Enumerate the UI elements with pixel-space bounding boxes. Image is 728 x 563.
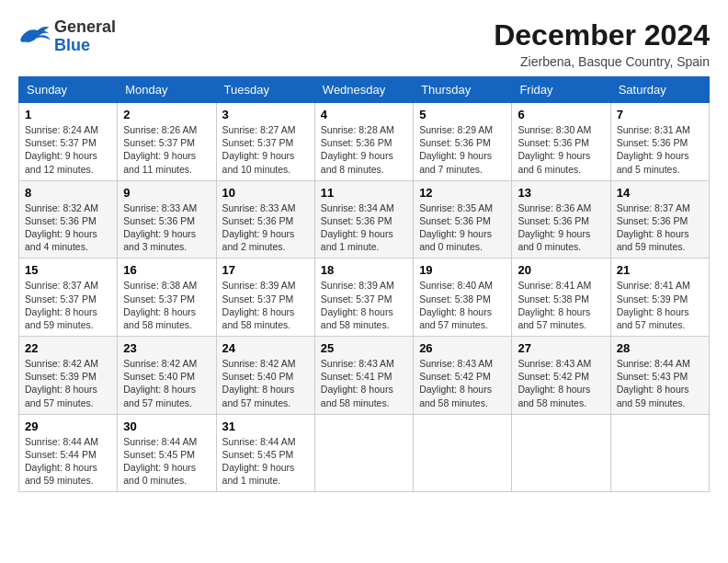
- day-number: 28: [617, 341, 703, 355]
- day-number: 10: [222, 186, 309, 200]
- day-number: 19: [419, 263, 506, 277]
- header-sunday: Sunday: [19, 77, 118, 103]
- calendar-week-1: 1Sunrise: 8:24 AMSunset: 5:37 PMDaylight…: [19, 103, 710, 181]
- day-info: Sunrise: 8:31 AMSunset: 5:36 PMDaylight:…: [617, 123, 703, 176]
- calendar-cell: 7Sunrise: 8:31 AMSunset: 5:36 PMDaylight…: [610, 103, 709, 181]
- day-info: Sunrise: 8:42 AMSunset: 5:40 PMDaylight:…: [123, 357, 210, 409]
- calendar-cell: 11Sunrise: 8:34 AMSunset: 5:36 PMDayligh…: [314, 180, 413, 259]
- day-info: Sunrise: 8:28 AMSunset: 5:36 PMDaylight:…: [321, 123, 407, 176]
- day-number: 30: [123, 419, 210, 433]
- header-thursday: Thursday: [414, 77, 512, 103]
- calendar-cell: 15Sunrise: 8:37 AMSunset: 5:37 PMDayligh…: [19, 259, 118, 337]
- day-number: 1: [25, 108, 111, 121]
- day-number: 15: [25, 263, 111, 277]
- calendar-table: Sunday Monday Tuesday Wednesday Thursday…: [18, 76, 710, 492]
- logo-blue: Blue: [54, 37, 116, 55]
- calendar-cell: 17Sunrise: 8:39 AMSunset: 5:37 PMDayligh…: [216, 259, 314, 337]
- calendar-week-2: 8Sunrise: 8:32 AMSunset: 5:36 PMDaylight…: [19, 180, 710, 259]
- calendar-cell: 20Sunrise: 8:41 AMSunset: 5:38 PMDayligh…: [512, 259, 610, 337]
- day-number: 24: [222, 341, 309, 355]
- day-number: 31: [222, 419, 309, 433]
- day-info: Sunrise: 8:39 AMSunset: 5:37 PMDaylight:…: [321, 279, 407, 331]
- day-number: 9: [123, 186, 210, 200]
- calendar-cell: 5Sunrise: 8:29 AMSunset: 5:36 PMDaylight…: [414, 103, 512, 181]
- day-number: 20: [518, 263, 604, 277]
- calendar-cell: 6Sunrise: 8:30 AMSunset: 5:36 PMDaylight…: [512, 103, 610, 181]
- header-friday: Friday: [512, 77, 610, 103]
- calendar-cell: 3Sunrise: 8:27 AMSunset: 5:37 PMDaylight…: [216, 103, 314, 181]
- calendar-week-4: 22Sunrise: 8:42 AMSunset: 5:39 PMDayligh…: [19, 337, 710, 415]
- calendar-cell: 4Sunrise: 8:28 AMSunset: 5:36 PMDaylight…: [314, 103, 413, 181]
- calendar-cell: 18Sunrise: 8:39 AMSunset: 5:37 PMDayligh…: [314, 259, 413, 337]
- day-info: Sunrise: 8:42 AMSunset: 5:39 PMDaylight:…: [25, 357, 111, 409]
- calendar-cell: 25Sunrise: 8:43 AMSunset: 5:41 PMDayligh…: [314, 337, 413, 415]
- calendar-cell: 21Sunrise: 8:41 AMSunset: 5:39 PMDayligh…: [610, 259, 709, 337]
- calendar-cell: 23Sunrise: 8:42 AMSunset: 5:40 PMDayligh…: [118, 337, 216, 415]
- calendar-cell: 10Sunrise: 8:33 AMSunset: 5:36 PMDayligh…: [216, 180, 314, 259]
- day-number: 4: [321, 108, 407, 121]
- header-wednesday: Wednesday: [314, 77, 413, 103]
- month-title: December 2024: [494, 18, 710, 52]
- day-info: Sunrise: 8:37 AMSunset: 5:37 PMDaylight:…: [25, 279, 111, 331]
- calendar-week-5: 29Sunrise: 8:44 AMSunset: 5:44 PMDayligh…: [19, 414, 710, 492]
- logo: General Blue: [18, 18, 116, 55]
- day-info: Sunrise: 8:29 AMSunset: 5:36 PMDaylight:…: [419, 123, 506, 176]
- page-header: General Blue December 2024 Zierbena, Bas…: [18, 18, 710, 69]
- calendar-week-3: 15Sunrise: 8:37 AMSunset: 5:37 PMDayligh…: [19, 259, 710, 337]
- day-number: 7: [617, 108, 703, 121]
- day-number: 16: [123, 263, 210, 277]
- day-number: 3: [222, 108, 309, 121]
- calendar-cell: 16Sunrise: 8:38 AMSunset: 5:37 PMDayligh…: [118, 259, 216, 337]
- day-number: 22: [25, 341, 111, 355]
- day-info: Sunrise: 8:44 AMSunset: 5:45 PMDaylight:…: [222, 435, 309, 488]
- calendar-cell: 19Sunrise: 8:40 AMSunset: 5:38 PMDayligh…: [414, 259, 512, 337]
- day-info: Sunrise: 8:38 AMSunset: 5:37 PMDaylight:…: [123, 279, 210, 331]
- calendar-cell: 2Sunrise: 8:26 AMSunset: 5:37 PMDaylight…: [118, 103, 216, 181]
- day-info: Sunrise: 8:42 AMSunset: 5:40 PMDaylight:…: [222, 357, 309, 409]
- calendar-cell: 13Sunrise: 8:36 AMSunset: 5:36 PMDayligh…: [512, 180, 610, 259]
- day-number: 6: [518, 108, 604, 121]
- calendar-cell: 26Sunrise: 8:43 AMSunset: 5:42 PMDayligh…: [414, 337, 512, 415]
- calendar-cell: 28Sunrise: 8:44 AMSunset: 5:43 PMDayligh…: [610, 337, 709, 415]
- day-number: 21: [617, 263, 703, 277]
- calendar-cell: [314, 414, 413, 492]
- day-info: Sunrise: 8:43 AMSunset: 5:42 PMDaylight:…: [419, 357, 506, 409]
- day-number: 5: [419, 108, 506, 121]
- calendar-cell: [610, 414, 709, 492]
- day-info: Sunrise: 8:33 AMSunset: 5:36 PMDaylight:…: [123, 201, 210, 254]
- day-info: Sunrise: 8:33 AMSunset: 5:36 PMDaylight:…: [222, 201, 309, 254]
- calendar-cell: 30Sunrise: 8:44 AMSunset: 5:45 PMDayligh…: [118, 414, 216, 492]
- day-info: Sunrise: 8:24 AMSunset: 5:37 PMDaylight:…: [25, 123, 111, 176]
- day-number: 23: [123, 341, 210, 355]
- day-info: Sunrise: 8:26 AMSunset: 5:37 PMDaylight:…: [123, 123, 210, 176]
- calendar-cell: 1Sunrise: 8:24 AMSunset: 5:37 PMDaylight…: [19, 103, 118, 181]
- day-info: Sunrise: 8:40 AMSunset: 5:38 PMDaylight:…: [419, 279, 506, 331]
- day-number: 25: [321, 341, 407, 355]
- day-info: Sunrise: 8:41 AMSunset: 5:38 PMDaylight:…: [518, 279, 604, 331]
- day-info: Sunrise: 8:44 AMSunset: 5:45 PMDaylight:…: [123, 435, 210, 488]
- calendar-header-row: Sunday Monday Tuesday Wednesday Thursday…: [19, 77, 710, 103]
- day-info: Sunrise: 8:34 AMSunset: 5:36 PMDaylight:…: [321, 201, 407, 254]
- day-info: Sunrise: 8:37 AMSunset: 5:36 PMDaylight:…: [617, 201, 703, 254]
- day-number: 13: [518, 186, 604, 200]
- day-number: 18: [321, 263, 407, 277]
- calendar-cell: 22Sunrise: 8:42 AMSunset: 5:39 PMDayligh…: [19, 337, 118, 415]
- logo-text: General Blue: [54, 18, 116, 55]
- day-info: Sunrise: 8:35 AMSunset: 5:36 PMDaylight:…: [419, 201, 506, 254]
- day-number: 29: [25, 419, 111, 433]
- day-number: 14: [617, 186, 703, 200]
- day-info: Sunrise: 8:30 AMSunset: 5:36 PMDaylight:…: [518, 123, 604, 176]
- logo-general: General: [54, 17, 116, 36]
- header-tuesday: Tuesday: [216, 77, 314, 103]
- calendar-cell: [414, 414, 512, 492]
- title-area: December 2024 Zierbena, Basque Country, …: [494, 18, 710, 69]
- day-info: Sunrise: 8:44 AMSunset: 5:44 PMDaylight:…: [25, 435, 111, 488]
- calendar-cell: 29Sunrise: 8:44 AMSunset: 5:44 PMDayligh…: [19, 414, 118, 492]
- day-info: Sunrise: 8:44 AMSunset: 5:43 PMDaylight:…: [617, 357, 703, 409]
- location-subtitle: Zierbena, Basque Country, Spain: [494, 54, 710, 69]
- day-info: Sunrise: 8:43 AMSunset: 5:42 PMDaylight:…: [518, 357, 604, 409]
- day-info: Sunrise: 8:36 AMSunset: 5:36 PMDaylight:…: [518, 201, 604, 254]
- day-number: 17: [222, 263, 309, 277]
- day-number: 2: [123, 108, 210, 121]
- calendar-cell: 31Sunrise: 8:44 AMSunset: 5:45 PMDayligh…: [216, 414, 314, 492]
